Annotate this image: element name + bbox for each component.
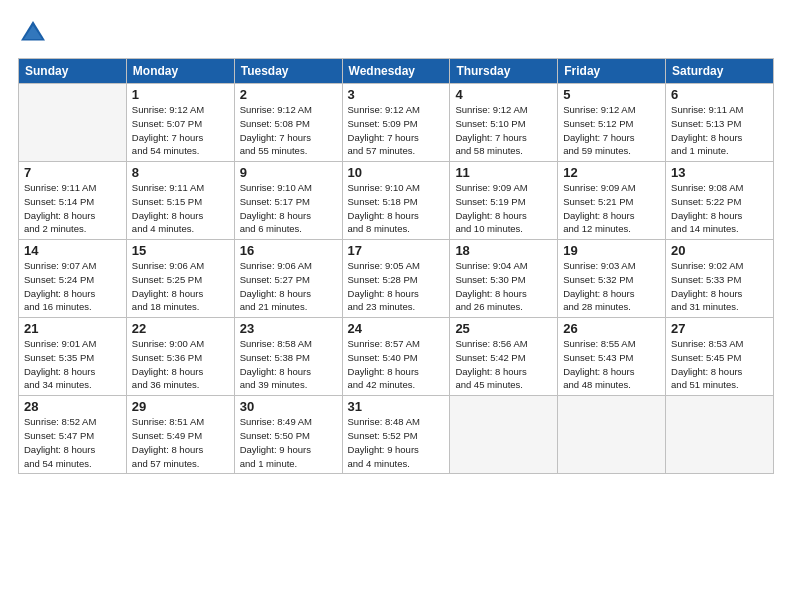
calendar-cell: 11Sunrise: 9:09 AM Sunset: 5:19 PM Dayli…	[450, 162, 558, 240]
day-info: Sunrise: 9:08 AM Sunset: 5:22 PM Dayligh…	[671, 181, 768, 236]
day-info: Sunrise: 9:00 AM Sunset: 5:36 PM Dayligh…	[132, 337, 229, 392]
day-number: 11	[455, 165, 552, 180]
calendar-cell: 6Sunrise: 9:11 AM Sunset: 5:13 PM Daylig…	[666, 84, 774, 162]
day-info: Sunrise: 8:57 AM Sunset: 5:40 PM Dayligh…	[348, 337, 445, 392]
day-info: Sunrise: 9:12 AM Sunset: 5:08 PM Dayligh…	[240, 103, 337, 158]
calendar-cell: 21Sunrise: 9:01 AM Sunset: 5:35 PM Dayli…	[19, 318, 127, 396]
day-number: 8	[132, 165, 229, 180]
day-info: Sunrise: 9:04 AM Sunset: 5:30 PM Dayligh…	[455, 259, 552, 314]
day-info: Sunrise: 9:12 AM Sunset: 5:10 PM Dayligh…	[455, 103, 552, 158]
calendar-cell: 28Sunrise: 8:52 AM Sunset: 5:47 PM Dayli…	[19, 396, 127, 474]
day-number: 17	[348, 243, 445, 258]
day-info: Sunrise: 9:06 AM Sunset: 5:25 PM Dayligh…	[132, 259, 229, 314]
calendar-cell: 31Sunrise: 8:48 AM Sunset: 5:52 PM Dayli…	[342, 396, 450, 474]
calendar-cell: 20Sunrise: 9:02 AM Sunset: 5:33 PM Dayli…	[666, 240, 774, 318]
day-number: 6	[671, 87, 768, 102]
calendar-cell: 26Sunrise: 8:55 AM Sunset: 5:43 PM Dayli…	[558, 318, 666, 396]
day-info: Sunrise: 9:03 AM Sunset: 5:32 PM Dayligh…	[563, 259, 660, 314]
calendar-cell	[558, 396, 666, 474]
calendar-cell: 30Sunrise: 8:49 AM Sunset: 5:50 PM Dayli…	[234, 396, 342, 474]
calendar-cell: 9Sunrise: 9:10 AM Sunset: 5:17 PM Daylig…	[234, 162, 342, 240]
calendar-cell: 25Sunrise: 8:56 AM Sunset: 5:42 PM Dayli…	[450, 318, 558, 396]
day-info: Sunrise: 8:49 AM Sunset: 5:50 PM Dayligh…	[240, 415, 337, 470]
day-number: 23	[240, 321, 337, 336]
calendar-cell: 17Sunrise: 9:05 AM Sunset: 5:28 PM Dayli…	[342, 240, 450, 318]
day-number: 19	[563, 243, 660, 258]
day-info: Sunrise: 9:06 AM Sunset: 5:27 PM Dayligh…	[240, 259, 337, 314]
day-info: Sunrise: 8:48 AM Sunset: 5:52 PM Dayligh…	[348, 415, 445, 470]
week-row-2: 7Sunrise: 9:11 AM Sunset: 5:14 PM Daylig…	[19, 162, 774, 240]
day-number: 4	[455, 87, 552, 102]
day-number: 3	[348, 87, 445, 102]
calendar-cell: 16Sunrise: 9:06 AM Sunset: 5:27 PM Dayli…	[234, 240, 342, 318]
day-number: 31	[348, 399, 445, 414]
day-number: 22	[132, 321, 229, 336]
day-number: 24	[348, 321, 445, 336]
day-info: Sunrise: 9:12 AM Sunset: 5:09 PM Dayligh…	[348, 103, 445, 158]
calendar-cell: 18Sunrise: 9:04 AM Sunset: 5:30 PM Dayli…	[450, 240, 558, 318]
day-number: 18	[455, 243, 552, 258]
calendar-cell: 12Sunrise: 9:09 AM Sunset: 5:21 PM Dayli…	[558, 162, 666, 240]
day-info: Sunrise: 9:02 AM Sunset: 5:33 PM Dayligh…	[671, 259, 768, 314]
calendar-cell: 2Sunrise: 9:12 AM Sunset: 5:08 PM Daylig…	[234, 84, 342, 162]
day-number: 30	[240, 399, 337, 414]
day-number: 20	[671, 243, 768, 258]
week-row-4: 21Sunrise: 9:01 AM Sunset: 5:35 PM Dayli…	[19, 318, 774, 396]
calendar-table: SundayMondayTuesdayWednesdayThursdayFrid…	[18, 58, 774, 474]
calendar-cell: 4Sunrise: 9:12 AM Sunset: 5:10 PM Daylig…	[450, 84, 558, 162]
calendar-cell: 23Sunrise: 8:58 AM Sunset: 5:38 PM Dayli…	[234, 318, 342, 396]
page: SundayMondayTuesdayWednesdayThursdayFrid…	[0, 0, 792, 612]
weekday-header-monday: Monday	[126, 59, 234, 84]
day-info: Sunrise: 8:52 AM Sunset: 5:47 PM Dayligh…	[24, 415, 121, 470]
weekday-header-tuesday: Tuesday	[234, 59, 342, 84]
day-number: 26	[563, 321, 660, 336]
day-number: 10	[348, 165, 445, 180]
day-number: 16	[240, 243, 337, 258]
day-info: Sunrise: 8:53 AM Sunset: 5:45 PM Dayligh…	[671, 337, 768, 392]
day-number: 1	[132, 87, 229, 102]
day-number: 12	[563, 165, 660, 180]
weekday-header-row: SundayMondayTuesdayWednesdayThursdayFrid…	[19, 59, 774, 84]
day-number: 29	[132, 399, 229, 414]
calendar-cell: 24Sunrise: 8:57 AM Sunset: 5:40 PM Dayli…	[342, 318, 450, 396]
weekday-header-thursday: Thursday	[450, 59, 558, 84]
weekday-header-wednesday: Wednesday	[342, 59, 450, 84]
day-info: Sunrise: 9:10 AM Sunset: 5:18 PM Dayligh…	[348, 181, 445, 236]
calendar-cell: 27Sunrise: 8:53 AM Sunset: 5:45 PM Dayli…	[666, 318, 774, 396]
day-info: Sunrise: 9:07 AM Sunset: 5:24 PM Dayligh…	[24, 259, 121, 314]
calendar-cell: 10Sunrise: 9:10 AM Sunset: 5:18 PM Dayli…	[342, 162, 450, 240]
week-row-3: 14Sunrise: 9:07 AM Sunset: 5:24 PM Dayli…	[19, 240, 774, 318]
calendar-cell: 1Sunrise: 9:12 AM Sunset: 5:07 PM Daylig…	[126, 84, 234, 162]
day-info: Sunrise: 9:05 AM Sunset: 5:28 PM Dayligh…	[348, 259, 445, 314]
day-number: 5	[563, 87, 660, 102]
calendar-cell: 8Sunrise: 9:11 AM Sunset: 5:15 PM Daylig…	[126, 162, 234, 240]
day-number: 9	[240, 165, 337, 180]
day-info: Sunrise: 8:51 AM Sunset: 5:49 PM Dayligh…	[132, 415, 229, 470]
day-info: Sunrise: 9:11 AM Sunset: 5:15 PM Dayligh…	[132, 181, 229, 236]
calendar-cell: 29Sunrise: 8:51 AM Sunset: 5:49 PM Dayli…	[126, 396, 234, 474]
day-info: Sunrise: 9:10 AM Sunset: 5:17 PM Dayligh…	[240, 181, 337, 236]
calendar-cell: 19Sunrise: 9:03 AM Sunset: 5:32 PM Dayli…	[558, 240, 666, 318]
calendar-cell: 14Sunrise: 9:07 AM Sunset: 5:24 PM Dayli…	[19, 240, 127, 318]
weekday-header-friday: Friday	[558, 59, 666, 84]
weekday-header-sunday: Sunday	[19, 59, 127, 84]
calendar-cell	[450, 396, 558, 474]
calendar-cell: 3Sunrise: 9:12 AM Sunset: 5:09 PM Daylig…	[342, 84, 450, 162]
day-info: Sunrise: 9:09 AM Sunset: 5:21 PM Dayligh…	[563, 181, 660, 236]
week-row-1: 1Sunrise: 9:12 AM Sunset: 5:07 PM Daylig…	[19, 84, 774, 162]
logo-icon	[18, 18, 48, 48]
day-number: 14	[24, 243, 121, 258]
day-info: Sunrise: 8:55 AM Sunset: 5:43 PM Dayligh…	[563, 337, 660, 392]
day-number: 7	[24, 165, 121, 180]
calendar-cell: 22Sunrise: 9:00 AM Sunset: 5:36 PM Dayli…	[126, 318, 234, 396]
calendar-cell: 7Sunrise: 9:11 AM Sunset: 5:14 PM Daylig…	[19, 162, 127, 240]
header	[18, 18, 774, 48]
week-row-5: 28Sunrise: 8:52 AM Sunset: 5:47 PM Dayli…	[19, 396, 774, 474]
day-number: 2	[240, 87, 337, 102]
calendar-cell	[19, 84, 127, 162]
day-info: Sunrise: 9:11 AM Sunset: 5:13 PM Dayligh…	[671, 103, 768, 158]
day-info: Sunrise: 9:12 AM Sunset: 5:07 PM Dayligh…	[132, 103, 229, 158]
calendar-cell	[666, 396, 774, 474]
calendar-cell: 13Sunrise: 9:08 AM Sunset: 5:22 PM Dayli…	[666, 162, 774, 240]
day-number: 25	[455, 321, 552, 336]
